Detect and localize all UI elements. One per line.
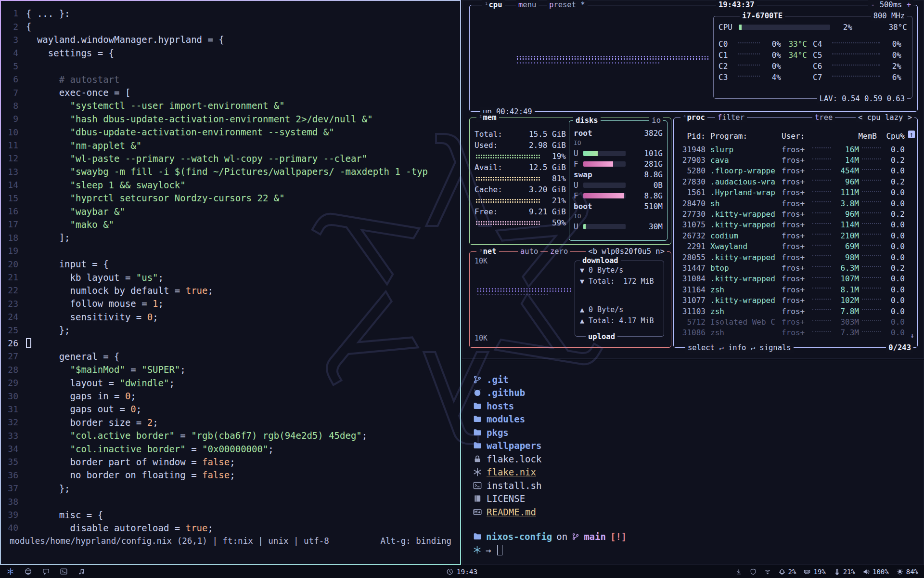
editor-line[interactable]: 4 settings = { [1,46,460,59]
mem-stat-row: Cache:3.20 GiB [475,184,566,195]
net-zero-button[interactable]: zero [548,247,570,256]
editor-buffer[interactable]: 1{ ... }:2{3 wayland.windowManager.hyprl… [1,1,460,535]
disks-io-toggle[interactable]: io [649,116,663,125]
preset-button[interactable]: preset * [547,0,588,10]
editor-line[interactable]: 25 }; [1,323,460,336]
editor-line[interactable]: 27 general = { [1,350,460,363]
clock-module[interactable]: 19:43 [447,568,478,576]
workspace-browser[interactable] [25,568,32,575]
editor-line[interactable]: 36 no_border_on_floating = false; [1,469,460,482]
editor-line[interactable]: 19 [1,244,460,257]
process-row[interactable]: 31103zshfros+7.8M0.0 [679,306,905,316]
net-interface-selector[interactable]: <b wlp0s20f0u5 n> [586,247,667,256]
editor-line[interactable]: 5 [1,60,460,73]
editor-line[interactable]: 10 "dbus-update-activation-environment -… [1,126,460,139]
line-number: 15 [1,193,26,203]
shell-input-line[interactable]: → [473,545,924,555]
editor-line[interactable]: 30 gaps_in = 0; [1,389,460,402]
process-row[interactable]: 31077.kitty-wrappedfros+102M0.0 [679,295,905,305]
editor-line[interactable]: 14 "sleep 1 && swaylock" [1,178,460,191]
workspace-terminal[interactable] [60,568,67,575]
process-row[interactable]: 27730.kitty-wrappedfros+96M0.2 [679,209,905,219]
stat-temperature[interactable]: 21% [834,568,855,576]
process-row[interactable]: 2291Xwaylandfros+69M0.0 [679,241,905,252]
process-row[interactable]: 31948slurpfros+16M0.0 [679,144,905,155]
process-row[interactable]: 31084.kitty-wrappedfros+107M0.0 [679,274,905,284]
scroll-down-icon[interactable]: ↓ [910,331,914,340]
editor-line[interactable]: 21 kb_layout = "us"; [1,271,460,284]
editor-line[interactable]: 33 "col.active_border" = "rgb(cba6f7) rg… [1,429,460,442]
process-row[interactable]: 31164zshfros+8.1M0.0 [679,284,905,295]
proc-tree-button[interactable]: tree [812,113,835,122]
editor-line[interactable]: 26 [1,337,460,350]
process-row[interactable]: 27830.audacious-wrafros+96M0.2 [679,176,905,187]
nixos-logo[interactable] [7,568,14,575]
process-row[interactable]: 31086zshfros+7.3M0.0 [679,328,905,338]
tray-arrow-down-icon[interactable] [735,568,742,575]
update-interval-control[interactable]: - 500ms + [868,0,913,10]
process-row[interactable]: 31075.kitty-wrappedfros+114M0.0 [679,220,905,230]
process-row[interactable]: 27903cavafros+14M0.2 [679,155,905,165]
editor-line[interactable]: 9 "hash dbus-update-activation-environme… [1,112,460,125]
editor-line[interactable]: 35 border_part_of_window = false; [1,455,460,468]
editor-line[interactable]: 13 "swaybg -m fill -i $(find ~/Pictures/… [1,165,460,178]
editor-line[interactable]: 16 "waybar &" [1,205,460,218]
net-auto-button[interactable]: auto [518,247,540,256]
editor-line[interactable]: 2{ [1,20,460,33]
line-number: 29 [1,378,26,388]
process-row[interactable]: 1561.Hyprland-wrapfros+111M0.0 [679,187,905,198]
workspace-music[interactable] [78,568,85,575]
editor-line[interactable]: 32 border_size = 2; [1,416,460,429]
editor-line[interactable]: 28 "$mainMod" = "SUPER"; [1,363,460,376]
editor-line[interactable]: 38 [1,495,460,508]
editor-line[interactable]: 40 disable_autoreload = true; [1,521,460,534]
process-row[interactable]: 26732codiumfros+210M0.0 [679,230,905,241]
editor-line[interactable]: 7 exec-once = [ [1,86,460,99]
process-row[interactable]: 5712Isolated Web Cfros+303M0.0 [679,316,905,327]
line-number: 39 [1,510,26,520]
terminal-icon [473,481,482,490]
disks-panel: disks io root382GIOU101GF281Gswap8.8GU0B… [569,120,667,241]
stat-brightness[interactable]: 84% [897,568,918,576]
nix-snowflake-icon [473,546,481,554]
process-table-header[interactable]: Pid: Program: User: MemB Cpu% [679,131,905,141]
editor-line[interactable]: 11 "nm-applet &" [1,139,460,152]
menu-button[interactable]: menu [516,0,539,10]
editor-line[interactable]: 20 input = { [1,257,460,270]
disk-io-row: IO [574,138,663,148]
stat-cpu[interactable]: 2% [779,568,796,576]
proc-sort-selector[interactable]: < cpu lazy > [856,113,914,122]
stat-volume[interactable]: 100% [863,568,889,576]
editor-line[interactable]: 17 "mako &" [1,218,460,231]
editor-line[interactable]: 6 # autostart [1,73,460,86]
editor-line[interactable]: 22 numlock_by_default = true; [1,284,460,297]
tray-shield-icon[interactable] [750,568,757,575]
editor-line[interactable]: 23 follow_mouse = 1; [1,297,460,310]
editor-line[interactable]: 39 misc = { [1,508,460,521]
line-number: 6 [1,74,26,84]
process-row[interactable]: 5280.floorp-wrappefros+454M0.0 [679,166,905,176]
line-number: 27 [1,351,26,361]
editor-line[interactable]: 1{ ... }: [1,7,460,20]
editor-line[interactable]: 31 gaps_out = 0; [1,403,460,416]
process-row[interactable]: 28055.kitty-wrappedfros+98M0.0 [679,252,905,263]
line-number: 36 [1,470,26,480]
editor-line[interactable]: 15 "hyprctl setcursor Nordzy-cursors 22 … [1,191,460,204]
tray-network-icon[interactable] [764,568,771,575]
editor-line[interactable]: 18 ]; [1,231,460,244]
workspace-chat[interactable] [42,568,50,575]
scroll-up-icon[interactable]: ↑ [908,131,915,138]
editor-line[interactable]: 3 wayland.windowManager.hyprland = { [1,33,460,46]
stat-memory[interactable]: 19% [804,568,825,576]
editor-line[interactable]: 37 }; [1,482,460,495]
editor-line[interactable]: 34 "col.inactive_border" = "0x00000000"; [1,442,460,455]
process-row[interactable]: 28470shfros+3.8M0.0 [679,198,905,209]
editor-line[interactable]: 12 "wl-paste --primary --watch wl-copy -… [1,152,460,165]
cpu-core-row: C34%C76% [719,72,907,83]
editor-line[interactable]: 24 sensitivity = 0; [1,310,460,323]
editor-line[interactable]: 8 "systemctl --user import-environment &… [1,99,460,112]
proc-filter-button[interactable]: filter [715,113,747,122]
editor-line[interactable]: 29 layout = "dwindle"; [1,376,460,389]
proc-footer-actions[interactable]: select ↵ info ↵ signals [685,343,794,353]
process-row[interactable]: 31447btopfros+6.3M0.2 [679,263,905,273]
